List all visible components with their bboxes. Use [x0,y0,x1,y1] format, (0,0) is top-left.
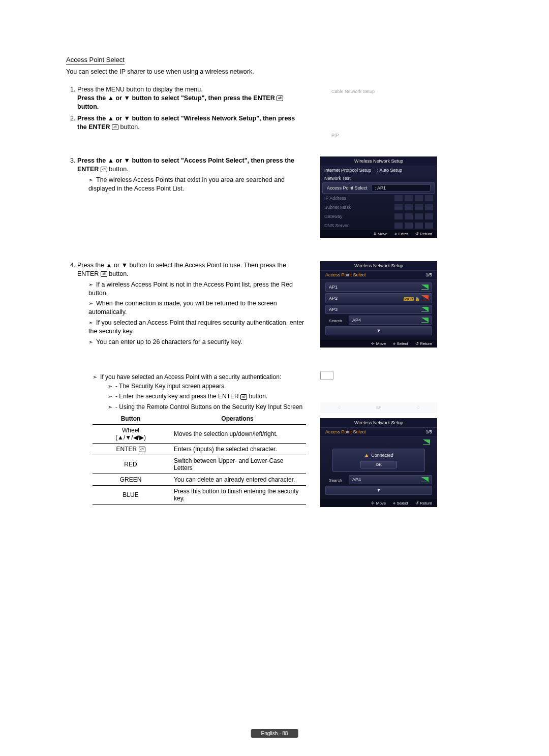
warning-icon: ▲ [364,452,369,458]
signal-icon [421,318,429,323]
ap-item-3[interactable]: AP3 [325,305,432,314]
step4-sub4: You can enter up to 26 characters for a … [88,338,305,346]
step5-head: If you have selected an Access Point wit… [93,373,305,411]
th-ops: Operations [169,413,306,425]
step5-d3: - Using the Remote Control Buttons on th… [108,403,305,411]
table-row: BLUEPress this button to finish entering… [93,485,306,504]
osd1-aps-val: : AP1 [372,184,431,192]
key-input-stub: ♢ SP ♢ [320,402,437,413]
chevron-down-icon: ▼ [377,488,381,493]
return-icon: ↺ [415,232,419,236]
enter-icon: ⏎ [112,124,118,130]
enter-icon: ⏎ [277,96,283,101]
osd-wireless-setup-1: Wireless Network Setup Internet Protocol… [320,156,437,238]
page-number: English - 88 [251,729,298,738]
move-icon: ✢ [371,501,375,506]
step4-sub1: If a wireless Access Point is not in the… [88,280,305,298]
th-button: Button [93,413,169,425]
lock-icon: 🔒 [415,297,420,301]
wep-badge: WEP [404,297,414,301]
osd1-ips-val: : Auto Setup [377,168,402,173]
return-icon: ↺ [415,501,419,506]
nav-down[interactable]: ▼ [325,326,432,335]
enter-foot-icon: ⎆ [394,232,397,236]
osd1-title: Wireless Network Setup [320,156,437,166]
placeholder-box [320,371,333,380]
step5-d1: - The Security Key input screen appears. [108,382,305,390]
search-button[interactable]: Search [325,478,346,483]
step5-d2: - Enter the security key and press the E… [108,392,305,400]
step-3-sub: The wireless Access Points that exist in… [88,176,305,193]
step4-sub3: If you selected an Access Point that req… [88,319,305,336]
connected-label: Connected [371,453,393,458]
osd1-aps-row[interactable]: Access Point Select : AP1 [322,182,435,194]
table-row: GREENYou can delete an already entered c… [93,474,306,485]
osd1-dns: DNS Server [324,223,390,228]
move-icon: ✢ [371,341,375,346]
osd1-subnet: Subnet Mask [324,205,390,210]
connected-modal: ▲Connected OK [332,449,425,472]
ap-item-1[interactable]: AP1 [325,282,432,292]
step-2: Press the ▲ or ▼ button to select "Wirel… [77,114,305,132]
intro-text: You can select the IP sharer to use when… [66,68,488,75]
search-button[interactable]: Search [325,319,346,323]
step-1: Press the MENU button to display the men… [77,85,305,111]
ok-button[interactable]: OK [360,461,397,468]
enter-foot-icon: ⎆ [393,501,395,506]
osd2-sub: Access Point Select [325,272,366,277]
dim-cable-setup: Cable Network Setup [331,86,437,98]
osd3-title: Wireless Network Setup [320,418,437,428]
osd-ap-list: Wireless Network Setup Access Point Sele… [320,261,437,348]
osd1-gateway: Gateway [324,214,390,219]
step-4: Press the ▲ or ▼ button to select the Ac… [77,261,305,346]
menu-dim-block: Cable Network Setup PIP [320,85,437,146]
ap-item-2[interactable]: AP2WEP 🔒 [325,293,432,303]
chevron-down-icon: ▼ [377,328,381,333]
nav-down-3[interactable]: ▼ [325,486,432,495]
osd2-page: 1/5 [425,272,432,277]
table-row: REDSwitch between Upper- and Lower-Case … [93,455,306,474]
section-heading: Access Point Select [66,56,125,65]
operations-table: ButtonOperations Wheel(▲/▼/◀/▶)Moves the… [93,413,306,505]
enter-icon: ⏎ [101,167,107,172]
step4-sub2: When the connection is made, you will be… [88,299,305,317]
osd1-ip: IP Address [324,196,390,201]
dim-pip: PIP [331,130,437,141]
signal-icon [423,439,430,445]
enter-icon: ⏎ [240,394,247,400]
osd-connected: Wireless Network Setup Access Point Sele… [320,418,437,507]
table-row: ENTER ⏎Enters (Inputs) the selected char… [93,443,306,455]
osd2-title: Wireless Network Setup [320,261,437,271]
osd3-sub: Access Point Select [325,429,366,434]
ap-item-4b[interactable]: AP4 [349,475,432,484]
updown-icon: ⇕ [373,232,377,236]
step-3: Press the ▲ or ▼ button to select "Acces… [77,156,305,193]
table-row: Wheel(▲/▼/◀/▶)Moves the selection up/dow… [93,424,306,443]
signal-icon [421,477,429,482]
enter-icon: ⏎ [101,271,107,277]
manual-page: Access Point Select You can select the I… [0,0,549,756]
osd1-network-test: Network Test [324,176,351,181]
osd3-page: 1/5 [425,429,432,434]
osd1-ips-label: Internet Protocol Setup [324,168,371,173]
signal-icon [421,307,429,312]
signal-icon [421,285,429,290]
enter-foot-icon: ⎆ [393,341,395,346]
enter-icon: ⏎ [139,447,145,452]
ap-item-4[interactable]: AP4 [349,316,432,325]
return-icon: ↺ [415,341,419,346]
signal-icon [421,295,429,300]
